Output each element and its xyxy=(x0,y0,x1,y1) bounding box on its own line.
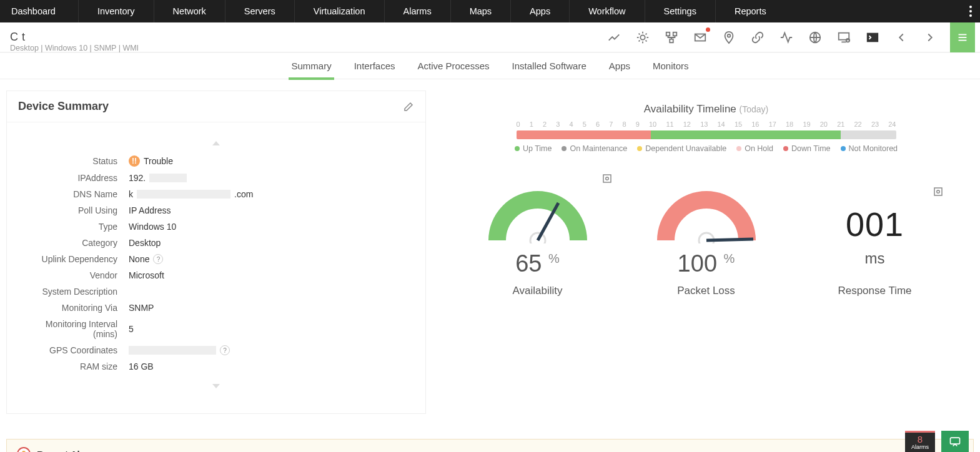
svg-line-7 xyxy=(639,40,640,41)
nav-alarms[interactable]: Alarms xyxy=(384,0,450,22)
ip-value: 192. xyxy=(129,173,146,183)
tab-summary[interactable]: Summary xyxy=(289,53,334,79)
svg-rect-11 xyxy=(670,39,673,42)
category-value: Desktop xyxy=(129,238,161,248)
nav-more-icon[interactable] xyxy=(965,0,976,22)
top-nav: Dashboard Inventory Network Servers Virt… xyxy=(0,0,980,22)
chat-support-icon[interactable] xyxy=(941,431,969,452)
collapse-up-icon[interactable] xyxy=(212,141,220,145)
alarm-count-badge[interactable]: 8 Alarms xyxy=(905,431,935,452)
timeline-down-segment xyxy=(517,130,651,139)
gps-label: GPS Coordinates xyxy=(19,345,129,355)
nav-dashboard[interactable]: Dashboard xyxy=(0,0,78,22)
svg-rect-22 xyxy=(603,175,611,182)
help-icon[interactable]: ? xyxy=(153,254,163,264)
gps-value xyxy=(129,346,216,355)
nav-inventory[interactable]: Inventory xyxy=(78,0,154,22)
pin-icon[interactable] xyxy=(720,29,738,46)
nav-apps[interactable]: Apps xyxy=(510,0,569,22)
moninterval-value: 5 xyxy=(129,324,134,334)
packetloss-gauge: 100 % Packet Loss xyxy=(644,184,769,297)
responsetime-label: Response Time xyxy=(813,285,938,297)
uplink-value: None xyxy=(129,254,149,264)
nav-settings[interactable]: Settings xyxy=(645,0,715,22)
monitor-icon[interactable] xyxy=(835,29,853,46)
category-label: Category xyxy=(19,238,129,248)
recent-alarms-title: Recent Alarms xyxy=(37,449,102,453)
dns-prefix: k xyxy=(129,189,133,199)
moninterval-label: Monitoring Interval (mins) xyxy=(19,319,129,339)
pollusing-label: Poll Using xyxy=(19,205,129,215)
availability-label: Availability xyxy=(475,285,600,297)
link-icon[interactable] xyxy=(749,29,766,46)
activity-icon[interactable] xyxy=(778,29,795,46)
next-arrow-icon[interactable] xyxy=(921,29,939,46)
tab-apps[interactable]: Apps xyxy=(606,53,633,79)
svg-point-26 xyxy=(699,233,714,243)
tab-monitors[interactable]: Monitors xyxy=(650,53,691,79)
mail-icon[interactable] xyxy=(691,29,709,46)
svg-line-6 xyxy=(646,40,647,41)
alarm-bell-icon xyxy=(17,447,31,452)
nav-servers[interactable]: Servers xyxy=(225,0,294,22)
alarm-count-label: Alarms xyxy=(911,444,929,450)
vendor-value: Microsoft xyxy=(129,270,164,280)
gauge-settings-icon[interactable] xyxy=(601,173,613,184)
nav-reports[interactable]: Reports xyxy=(715,0,785,22)
dns-suffix: .com xyxy=(234,189,253,199)
prev-arrow-icon[interactable] xyxy=(893,29,910,46)
packetloss-label: Packet Loss xyxy=(644,285,769,297)
status-icon: !! xyxy=(129,155,140,167)
svg-rect-9 xyxy=(666,32,670,36)
device-summary-card: Device Summary Status !!Trouble IPAddres… xyxy=(6,91,426,414)
nav-workflow[interactable]: Workflow xyxy=(569,0,644,22)
topology-icon[interactable] xyxy=(663,29,680,46)
recent-alarms-card: Recent Alarms !! The remote server machi… xyxy=(6,439,974,452)
device-meta: Desktop | Windows 10 | SNMP | WMI xyxy=(10,44,139,52)
svg-point-29 xyxy=(936,190,939,194)
monvia-value: SNMP xyxy=(129,303,154,313)
expand-down-icon[interactable] xyxy=(212,384,220,388)
svg-line-8 xyxy=(646,33,647,34)
svg-point-0 xyxy=(640,35,645,39)
responsetime-unit: ms xyxy=(813,250,938,267)
terminal-icon[interactable] xyxy=(864,29,881,46)
tab-installed-software[interactable]: Installed Software xyxy=(510,53,589,79)
globe-icon[interactable] xyxy=(806,29,824,46)
help-icon[interactable]: ? xyxy=(220,345,230,355)
responsetime-block: 001 ms Response Time xyxy=(813,205,938,297)
nav-virtualization[interactable]: Virtualization xyxy=(294,0,384,22)
svg-point-17 xyxy=(846,38,850,42)
svg-rect-28 xyxy=(934,188,942,195)
tab-interfaces[interactable]: Interfaces xyxy=(352,53,398,79)
monvia-label: Monitoring Via xyxy=(19,303,129,313)
nav-maps[interactable]: Maps xyxy=(450,0,510,22)
timeline-bar xyxy=(517,130,896,139)
nav-network[interactable]: Network xyxy=(154,0,225,22)
pollusing-value: IP Address xyxy=(129,205,171,215)
type-value: Windows 10 xyxy=(129,222,176,232)
gauge-settings-icon[interactable] xyxy=(933,186,944,197)
ram-value: 16 GB xyxy=(129,361,154,371)
status-label: Status xyxy=(19,156,129,166)
detail-tabs: Summary Interfaces Active Processes Inst… xyxy=(0,53,980,79)
svg-point-13 xyxy=(728,34,731,37)
ip-label: IPAddress xyxy=(19,173,129,183)
edit-icon[interactable] xyxy=(403,101,414,112)
device-header: C t Desktop | Windows 10 | SNMP | WMI xyxy=(0,22,980,53)
hamburger-icon[interactable] xyxy=(950,22,975,52)
svg-rect-18 xyxy=(868,33,878,41)
availability-panel: Availability Timeline (Today) 0123456789… xyxy=(438,91,974,297)
header-tools xyxy=(605,22,975,52)
responsetime-value: 001 xyxy=(813,205,938,243)
vendor-label: Vendor xyxy=(19,270,129,280)
availability-subtitle: (Today) xyxy=(740,104,769,114)
timeline-hours: 0123456789101112131415161718192021222324 xyxy=(517,120,896,128)
alarm-count: 8 xyxy=(918,435,923,444)
availability-title: Availability Timeline xyxy=(644,103,736,115)
timeline-notmonitored-segment xyxy=(841,130,896,139)
alert-sun-icon[interactable] xyxy=(634,29,651,46)
svg-rect-30 xyxy=(951,438,960,444)
tab-active-processes[interactable]: Active Processes xyxy=(415,53,492,79)
perf-chart-icon[interactable] xyxy=(605,29,623,46)
